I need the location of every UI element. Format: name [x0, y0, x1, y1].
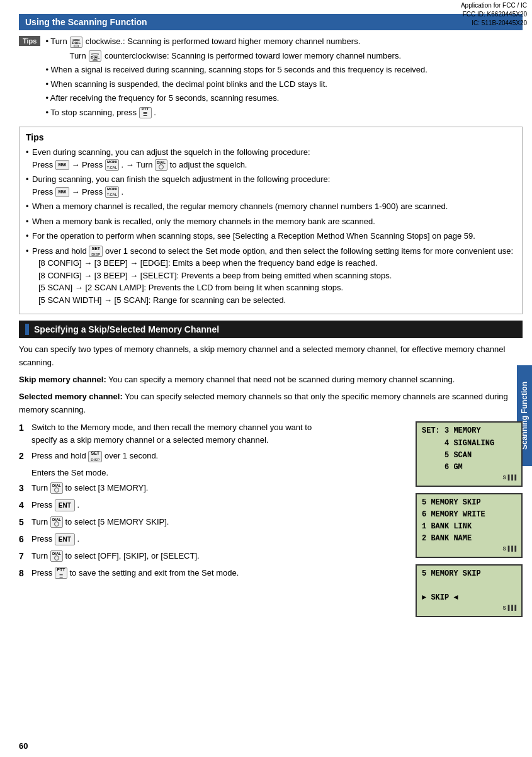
lcd2-signal: S▐▐▐	[422, 545, 516, 554]
lcd2-line1: 5 MEMORY SKIP	[422, 497, 516, 509]
page-header-title: Using the Scanning Function	[25, 17, 147, 27]
selected-label: Selected memory channel:	[19, 392, 123, 401]
lcd3-line3: ► SKIP ◄	[422, 592, 516, 604]
step-2: 2 Press and hold SETDISP over 1 second.	[19, 450, 409, 463]
config-line-4: [5 SCAN WIDTH] → [5 SCAN]: Range for sca…	[38, 295, 286, 305]
lcd1-line1: SET: 3 MEMORY	[422, 425, 516, 437]
ptt-icon-step8: PTT☰	[55, 567, 67, 579]
lcd-blocks: SET: 3 MEMORY 4 SIGNALING 5 SCAN 6 GM S▐…	[416, 421, 523, 623]
ent-icon-step6: ENT	[55, 533, 75, 545]
lcd-display-1: SET: 3 MEMORY 4 SIGNALING 5 SCAN 6 GM S▐…	[416, 421, 523, 486]
step-num-8: 8	[19, 567, 31, 580]
step-text-6: Press ENT .	[31, 533, 334, 545]
turn-text-5: Turn	[31, 517, 48, 526]
set-icon-step2: SETDISP	[88, 451, 102, 462]
ent-icon-step4: ENT	[55, 499, 75, 511]
tips-box-title: Tips	[26, 132, 516, 142]
lcd3-signal: S▐▐▐	[422, 604, 516, 613]
tips-line-4: • When scanning is suspended, the decima…	[45, 78, 523, 91]
dial-icon-tips1: DIAL	[155, 159, 167, 171]
lcd2-line2: 6 MEMORY WRITE	[422, 509, 516, 521]
dial-icon-2: DIAL	[89, 50, 101, 62]
tips-line-2: Turn DIAL counterclockwise: Scanning is …	[45, 50, 523, 62]
tips-box-item-5: For the operation to perform when scanni…	[26, 230, 516, 242]
body-para-1: You can specify two types of memory chan…	[19, 343, 523, 370]
app-info-line2: FCC ID: K6620445X20	[463, 11, 527, 18]
tips-inline-label: Tips	[19, 36, 40, 46]
body-para-selected: Selected memory channel: You can specify…	[19, 390, 523, 417]
page-header: Using the Scanning Function	[19, 14, 523, 30]
tips-line-6: • To stop scanning, press PTT ☰ .	[45, 106, 523, 119]
step-7: 7 Turn DIAL to select [OFF], [SKIP], or …	[19, 550, 409, 563]
step-text-8: Press PTT☰ to save the setting and exit …	[31, 567, 334, 579]
step-num-2: 2	[19, 450, 31, 463]
step-3: 3 Turn DIAL to select [3 MEMORY].	[19, 482, 409, 495]
turn-text-1: Turn	[50, 37, 67, 46]
section-title: Specifying a Skip/Selected Memory Channe…	[34, 324, 219, 334]
moni-icon-2: MONIT.CAL	[105, 186, 119, 198]
step-6: 6 Press ENT .	[19, 533, 409, 546]
step-num-7: 7	[19, 550, 31, 563]
step-5: 5 Turn DIAL to select [5 MEMORY SKIP].	[19, 516, 409, 529]
config-line-3: [5 SCAN] → [2 SCAN LAMP]: Prevents the L…	[38, 283, 343, 292]
app-info-line1: Application for FCC / IC	[461, 2, 527, 9]
ptt-icon-inline: PTT ☰	[139, 107, 152, 118]
tips-box-list: Even during scanning, you can adjust the…	[26, 146, 516, 306]
lcd2-line3: 1 BANK LINK	[422, 521, 516, 533]
lcd3-line2	[422, 580, 516, 592]
turn-text-2: Turn	[69, 51, 86, 60]
tips-box-item-4: When a memory bank is recalled, only the…	[26, 215, 516, 228]
dial-icon-step7: DIAL	[50, 550, 63, 562]
lcd1-line2: 4 SIGNALING	[422, 438, 516, 450]
turn-text-3: Turn	[31, 483, 48, 492]
lcd2-line4: 2 BANK NAME	[422, 533, 516, 545]
lcd-display-3: 5 MEMORY SKIP ► SKIP ◄ S▐▐▐	[416, 564, 523, 617]
step-num-1: 1	[19, 421, 31, 435]
body-para-skip: Skip memory channel: You can specify a m…	[19, 373, 523, 387]
lcd3-line1: 5 MEMORY SKIP	[422, 568, 516, 580]
step-text-1: Switch to the Memory mode, and then reca…	[31, 421, 334, 446]
config-line-1: [8 CONFIG] → [3 BEEP] → [EDGE]: Emits a …	[38, 258, 377, 268]
tips-line-3: • When a signal is received during scann…	[45, 64, 523, 76]
page-number-value: 60	[19, 741, 28, 751]
tips-box-item-6: Press and hold SETDISP over 1 second to …	[26, 245, 516, 307]
page-number: 60	[19, 741, 28, 751]
tips-box: Tips Even during scanning, you can adjus…	[19, 127, 523, 314]
mw-icon: MW	[55, 160, 69, 170]
step-num-5: 5	[19, 516, 31, 529]
tips-inline-section: Tips • Turn DIAL clockwise.: Scanning is…	[19, 35, 523, 120]
tips-box-item-2: During scanning, you can finish the sque…	[26, 173, 516, 198]
config-line-2: [8 CONFIG] → [3 BEEP] → [SELECT]: Preven…	[38, 271, 392, 280]
turn-text-7: Turn	[31, 551, 48, 561]
step-1: 1 Switch to the Memory mode, and then re…	[19, 421, 409, 446]
step-text-2: Press and hold SETDISP over 1 second.	[31, 450, 334, 462]
tips-line-5: • After receiving the frequency for 5 se…	[45, 92, 523, 105]
app-info-line3: IC: 511B-20445X20	[472, 20, 527, 26]
tips-line-1: • Turn DIAL clockwise.: Scanning is perf…	[45, 35, 523, 48]
section-header: Specifying a Skip/Selected Memory Channe…	[19, 321, 523, 338]
lcd1-line4: 6 GM	[422, 462, 516, 474]
tips-box-item-1: Even during scanning, you can adjust the…	[26, 146, 516, 171]
step-text-3: Turn DIAL to select [3 MEMORY].	[31, 482, 334, 494]
dial-icon-step5: DIAL	[50, 516, 63, 528]
skip-label: Skip memory channel:	[19, 375, 106, 384]
dial-icon-step3: DIAL	[50, 482, 63, 494]
tips-inline-content: • Turn DIAL clockwise.: Scanning is perf…	[45, 35, 523, 120]
step-text-7: Turn DIAL to select [OFF], [SKIP], or [S…	[31, 550, 334, 562]
step-num-6: 6	[19, 533, 31, 546]
moni-icon-1: MONIT.CAL	[105, 159, 119, 171]
lcd1-line3: 5 SCAN	[422, 450, 516, 462]
step-num-4: 4	[19, 499, 31, 512]
step-4: 4 Press ENT .	[19, 499, 409, 512]
dial-icon-1: DIAL	[70, 37, 82, 48]
lcd-display-2: 5 MEMORY SKIP 6 MEMORY WRITE 1 BANK LINK…	[416, 493, 523, 558]
step-text-5: Turn DIAL to select [5 MEMORY SKIP].	[31, 516, 334, 528]
mw-icon-2: MW	[55, 187, 69, 197]
app-info: Application for FCC / IC FCC ID: K662044…	[461, 1, 527, 28]
set-icon-tips: SETDISP	[89, 246, 103, 257]
lcd1-signal: S▐▐▐	[422, 474, 516, 482]
step-num-3: 3	[19, 482, 31, 495]
step-8: 8 Press PTT☰ to save the setting and exi…	[19, 567, 409, 580]
step-text-4: Press ENT .	[31, 499, 334, 511]
tips-box-item-3: When a memory channel is recalled, the r…	[26, 200, 516, 213]
